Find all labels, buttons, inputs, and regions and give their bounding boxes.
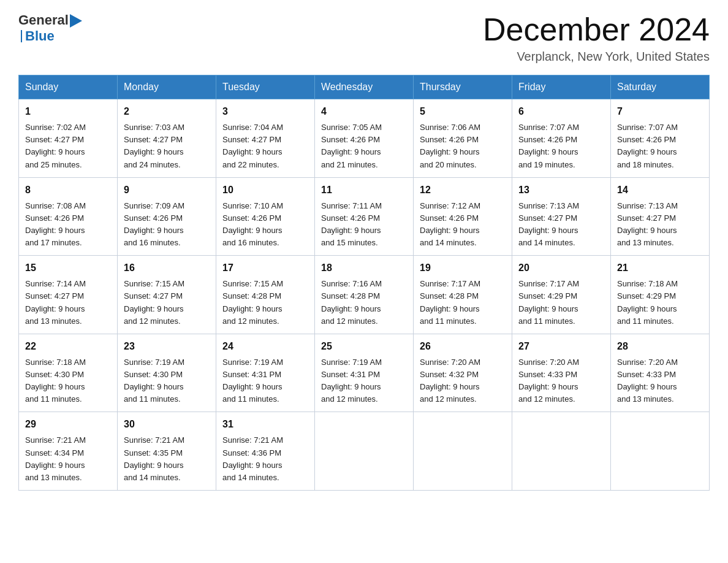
- day-number: 12: [420, 183, 506, 197]
- calendar-day-cell: 11Sunrise: 7:11 AMSunset: 4:26 PMDayligh…: [315, 177, 414, 256]
- day-info: Sunrise: 7:08 AMSunset: 4:26 PMDaylight:…: [25, 200, 111, 250]
- day-info: Sunrise: 7:15 AMSunset: 4:28 PMDaylight:…: [222, 278, 308, 327]
- calendar-day-header: Friday: [512, 75, 611, 99]
- day-info: Sunrise: 7:12 AMSunset: 4:26 PMDaylight:…: [420, 200, 506, 250]
- calendar-day-cell: 23Sunrise: 7:19 AMSunset: 4:30 PMDayligh…: [118, 334, 216, 412]
- day-info: Sunrise: 7:17 AMSunset: 4:29 PMDaylight:…: [518, 278, 604, 327]
- logo-divider: [21, 30, 22, 42]
- logo-blue-text: Blue: [25, 28, 55, 44]
- calendar-day-cell: 7Sunrise: 7:07 AMSunset: 4:26 PMDaylight…: [611, 99, 710, 178]
- day-info: Sunrise: 7:02 AMSunset: 4:27 PMDaylight:…: [25, 121, 111, 171]
- day-info: Sunrise: 7:15 AMSunset: 4:27 PMDaylight:…: [124, 278, 210, 327]
- logo-arrow-icon: [70, 14, 82, 28]
- calendar-day-cell: 27Sunrise: 7:20 AMSunset: 4:33 PMDayligh…: [512, 334, 611, 412]
- day-info: Sunrise: 7:14 AMSunset: 4:27 PMDaylight:…: [25, 278, 111, 327]
- day-number: 2: [124, 104, 210, 119]
- calendar-day-cell: 24Sunrise: 7:19 AMSunset: 4:31 PMDayligh…: [216, 334, 315, 412]
- calendar-day-cell: 29Sunrise: 7:21 AMSunset: 4:34 PMDayligh…: [19, 412, 118, 491]
- day-number: 16: [124, 261, 210, 275]
- day-info: Sunrise: 7:19 AMSunset: 4:31 PMDaylight:…: [321, 356, 407, 406]
- calendar-day-cell: 16Sunrise: 7:15 AMSunset: 4:27 PMDayligh…: [118, 256, 216, 334]
- logo: General Blue: [18, 12, 82, 44]
- day-number: 7: [617, 104, 703, 119]
- calendar-day-cell: 17Sunrise: 7:15 AMSunset: 4:28 PMDayligh…: [216, 256, 315, 334]
- day-info: Sunrise: 7:16 AMSunset: 4:28 PMDaylight:…: [321, 278, 407, 327]
- calendar-week-row: 22Sunrise: 7:18 AMSunset: 4:30 PMDayligh…: [19, 334, 710, 412]
- day-number: 20: [518, 261, 604, 275]
- day-number: 5: [420, 104, 506, 119]
- day-number: 18: [321, 261, 407, 275]
- day-info: Sunrise: 7:21 AMSunset: 4:36 PMDaylight:…: [222, 434, 308, 484]
- day-number: 19: [420, 261, 506, 275]
- day-number: 9: [124, 183, 210, 197]
- day-number: 23: [124, 339, 210, 354]
- day-info: Sunrise: 7:11 AMSunset: 4:26 PMDaylight:…: [321, 200, 407, 250]
- day-info: Sunrise: 7:18 AMSunset: 4:30 PMDaylight:…: [25, 356, 111, 406]
- day-number: 15: [25, 261, 111, 275]
- svg-marker-0: [70, 14, 82, 28]
- calendar-day-cell: [315, 412, 414, 491]
- calendar-day-cell: 22Sunrise: 7:18 AMSunset: 4:30 PMDayligh…: [19, 334, 118, 412]
- day-info: Sunrise: 7:20 AMSunset: 4:33 PMDaylight:…: [617, 356, 703, 406]
- day-info: Sunrise: 7:13 AMSunset: 4:27 PMDaylight:…: [518, 200, 604, 250]
- day-info: Sunrise: 7:10 AMSunset: 4:26 PMDaylight:…: [222, 200, 308, 250]
- day-info: Sunrise: 7:18 AMSunset: 4:29 PMDaylight:…: [617, 278, 703, 327]
- day-number: 21: [617, 261, 703, 275]
- day-number: 24: [222, 339, 308, 354]
- calendar-day-cell: 25Sunrise: 7:19 AMSunset: 4:31 PMDayligh…: [315, 334, 414, 412]
- calendar-day-cell: [512, 412, 611, 491]
- calendar-day-cell: 3Sunrise: 7:04 AMSunset: 4:27 PMDaylight…: [216, 99, 315, 178]
- day-number: 1: [25, 104, 111, 119]
- day-info: Sunrise: 7:17 AMSunset: 4:28 PMDaylight:…: [420, 278, 506, 327]
- day-info: Sunrise: 7:13 AMSunset: 4:27 PMDaylight:…: [617, 200, 703, 250]
- day-number: 25: [321, 339, 407, 354]
- day-number: 8: [25, 183, 111, 197]
- calendar-day-cell: 8Sunrise: 7:08 AMSunset: 4:26 PMDaylight…: [19, 177, 118, 256]
- calendar-day-cell: 2Sunrise: 7:03 AMSunset: 4:27 PMDaylight…: [118, 99, 216, 178]
- month-title: December 2024: [483, 12, 710, 47]
- calendar-day-cell: [611, 412, 710, 491]
- calendar-day-cell: 26Sunrise: 7:20 AMSunset: 4:32 PMDayligh…: [414, 334, 512, 412]
- calendar-day-cell: 19Sunrise: 7:17 AMSunset: 4:28 PMDayligh…: [414, 256, 512, 334]
- calendar-day-header: Thursday: [414, 75, 512, 99]
- calendar-day-cell: 21Sunrise: 7:18 AMSunset: 4:29 PMDayligh…: [611, 256, 710, 334]
- calendar-day-cell: 31Sunrise: 7:21 AMSunset: 4:36 PMDayligh…: [216, 412, 315, 491]
- calendar-day-cell: [414, 412, 512, 491]
- calendar-day-cell: 18Sunrise: 7:16 AMSunset: 4:28 PMDayligh…: [315, 256, 414, 334]
- day-info: Sunrise: 7:19 AMSunset: 4:31 PMDaylight:…: [222, 356, 308, 406]
- calendar-day-cell: 13Sunrise: 7:13 AMSunset: 4:27 PMDayligh…: [512, 177, 611, 256]
- day-number: 26: [420, 339, 506, 354]
- day-number: 14: [617, 183, 703, 197]
- title-block: December 2024 Verplanck, New York, Unite…: [483, 12, 710, 64]
- day-number: 6: [518, 104, 604, 119]
- day-info: Sunrise: 7:21 AMSunset: 4:35 PMDaylight:…: [124, 434, 210, 484]
- calendar-day-cell: 4Sunrise: 7:05 AMSunset: 4:26 PMDaylight…: [315, 99, 414, 178]
- calendar-day-cell: 10Sunrise: 7:10 AMSunset: 4:26 PMDayligh…: [216, 177, 315, 256]
- calendar-table: SundayMondayTuesdayWednesdayThursdayFrid…: [18, 75, 710, 491]
- day-number: 27: [518, 339, 604, 354]
- day-info: Sunrise: 7:09 AMSunset: 4:26 PMDaylight:…: [124, 200, 210, 250]
- logo-general-text: General: [18, 12, 69, 28]
- day-number: 10: [222, 183, 308, 197]
- day-info: Sunrise: 7:20 AMSunset: 4:32 PMDaylight:…: [420, 356, 506, 406]
- calendar-day-cell: 1Sunrise: 7:02 AMSunset: 4:27 PMDaylight…: [19, 99, 118, 178]
- calendar-day-cell: 9Sunrise: 7:09 AMSunset: 4:26 PMDaylight…: [118, 177, 216, 256]
- location-title: Verplanck, New York, United States: [483, 50, 710, 64]
- day-info: Sunrise: 7:06 AMSunset: 4:26 PMDaylight:…: [420, 121, 506, 171]
- calendar-day-cell: 28Sunrise: 7:20 AMSunset: 4:33 PMDayligh…: [611, 334, 710, 412]
- day-info: Sunrise: 7:20 AMSunset: 4:33 PMDaylight:…: [518, 356, 604, 406]
- calendar-day-cell: 5Sunrise: 7:06 AMSunset: 4:26 PMDaylight…: [414, 99, 512, 178]
- day-number: 29: [25, 417, 111, 432]
- day-number: 28: [617, 339, 703, 354]
- day-number: 22: [25, 339, 111, 354]
- day-number: 30: [124, 417, 210, 432]
- day-info: Sunrise: 7:21 AMSunset: 4:34 PMDaylight:…: [25, 434, 111, 484]
- calendar-day-header: Sunday: [19, 75, 118, 99]
- calendar-day-header: Monday: [118, 75, 216, 99]
- calendar-day-cell: 30Sunrise: 7:21 AMSunset: 4:35 PMDayligh…: [118, 412, 216, 491]
- day-info: Sunrise: 7:05 AMSunset: 4:26 PMDaylight:…: [321, 121, 407, 171]
- calendar-week-row: 8Sunrise: 7:08 AMSunset: 4:26 PMDaylight…: [19, 177, 710, 256]
- day-number: 31: [222, 417, 308, 432]
- calendar-week-row: 29Sunrise: 7:21 AMSunset: 4:34 PMDayligh…: [19, 412, 710, 491]
- day-number: 4: [321, 104, 407, 119]
